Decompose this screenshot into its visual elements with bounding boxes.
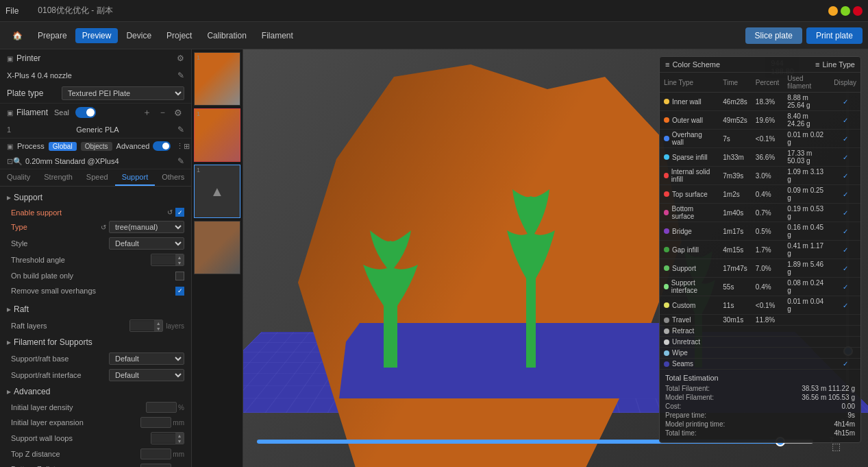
cost-row: Cost: 0.00 — [665, 403, 855, 410]
seal-toggle[interactable] — [75, 107, 96, 118]
filament-settings-icon[interactable]: ⚙ — [172, 106, 184, 119]
initial-density-input[interactable]: 90 — [146, 402, 177, 413]
color-cell-display-6[interactable]: ✓ — [830, 204, 860, 222]
fil-support-title: Filament for Supports — [14, 337, 92, 347]
prepare-time-label: Prepare time: — [665, 411, 706, 419]
color-cell-time-7: 1m17s — [719, 222, 752, 241]
edit-preset-icon[interactable]: ✎ — [177, 156, 184, 166]
color-table-row-9: Support 17m47s 7.0% 1.89 m 5.46 g ✓ — [660, 259, 860, 278]
color-panel-header: ≡ Color Scheme ≡ Line Type — [660, 57, 860, 73]
support-interface-dropdown[interactable]: Default — [109, 369, 184, 381]
viewport: 944 188.80 + 1 0.20 7 ⬚ — [243, 49, 868, 467]
close-button[interactable] — [853, 6, 863, 16]
model-filament-value: 36.56 m 105.53 g — [802, 394, 855, 401]
threshold-up[interactable]: ▲ — [175, 254, 184, 260]
tab-quality[interactable]: Quality — [0, 169, 37, 186]
advanced-toggle-switch[interactable] — [153, 141, 171, 151]
thumb-item-4[interactable] — [194, 221, 240, 274]
thumb-item-1[interactable]: 1 — [194, 52, 240, 106]
print-button[interactable]: Print plate — [806, 27, 863, 44]
raft-layers-down[interactable]: ▼ — [154, 326, 162, 331]
color-cell-display-3[interactable]: ✓ — [830, 148, 860, 167]
maximize-button[interactable] — [841, 6, 850, 16]
color-table-row-0: Inner wall 46m28s 18.3% 8.88 m 25.64 g ✓ — [660, 93, 860, 111]
color-cell-display-1[interactable]: ✓ — [830, 111, 860, 130]
plate-type-dropdown[interactable]: Textured PEI Plate — [62, 86, 184, 100]
wall-loops-up[interactable]: ▲ — [175, 433, 184, 438]
type-dropdown[interactable]: tree(manual) — [109, 221, 184, 233]
device-tab[interactable]: Device — [119, 28, 158, 43]
wall-loops-input[interactable]: 0 — [151, 433, 175, 443]
preview-tab[interactable]: Preview — [75, 28, 119, 43]
enable-support-checkbox[interactable] — [175, 208, 184, 217]
on-build-plate-checkbox[interactable] — [175, 272, 184, 280]
seal-label: Seal — [54, 108, 69, 117]
add-filament-button[interactable]: ＋ — [140, 106, 153, 119]
color-cell-display-10[interactable]: ✓ — [830, 278, 860, 296]
color-cell-name-13: Retract — [660, 326, 719, 337]
tab-others[interactable]: Others — [155, 169, 191, 186]
plate-type-row: Plate type Textured PEI Plate — [0, 84, 191, 103]
color-cell-display-5[interactable]: ✓ — [830, 185, 860, 204]
color-cell-display-12[interactable] — [830, 315, 860, 326]
slice-button[interactable]: Slice plate — [745, 27, 802, 44]
style-dropdown[interactable]: Default — [109, 237, 184, 250]
edit-printer-icon[interactable]: ✎ — [177, 71, 184, 80]
color-cell-filament-14 — [783, 337, 830, 348]
filament-section-title: Filament — [16, 108, 48, 117]
raft-layers-input[interactable]: 0 — [130, 321, 154, 331]
color-cell-display-7[interactable]: ✓ — [830, 222, 860, 241]
tab-strength[interactable]: Strength — [37, 169, 79, 186]
project-tab[interactable]: Project — [160, 28, 199, 43]
printer-header[interactable]: ▣ Printer ⚙ — [0, 49, 191, 67]
top-z-input[interactable]: 0.2 — [140, 448, 171, 459]
color-cell-display-16[interactable]: ✓ — [830, 359, 860, 370]
wall-loops-down[interactable]: ▼ — [175, 438, 184, 444]
prepare-tab[interactable]: Prepare — [31, 28, 74, 43]
color-cell-display-11[interactable]: ✓ — [830, 296, 860, 315]
remove-overhangs-checkbox[interactable] — [175, 287, 184, 296]
remove-filament-button[interactable]: － — [156, 106, 169, 119]
minimize-button[interactable] — [828, 6, 838, 16]
printer-settings-icon[interactable]: ⚙ — [177, 53, 184, 63]
color-cell-filament-9: 1.89 m 5.46 g — [783, 259, 830, 278]
tab-support[interactable]: Support — [115, 169, 156, 186]
edit-filament-icon[interactable]: ✎ — [177, 125, 184, 134]
wall-loops-spinner[interactable]: 0 ▲ ▼ — [151, 432, 184, 444]
color-cell-display-4[interactable]: ✓ — [830, 167, 860, 185]
color-cell-display-9[interactable]: ✓ — [830, 259, 860, 278]
thumb-item-2[interactable]: 1 — [194, 108, 240, 162]
color-cell-display-15[interactable] — [830, 348, 860, 359]
tab-objects[interactable]: Objects — [81, 142, 112, 151]
threshold-input[interactable]: 30 — [151, 255, 175, 265]
process-actions-icon[interactable]: ⋮⊞ — [176, 142, 190, 151]
color-cell-filament-1: 8.40 m 24.26 g — [783, 111, 830, 130]
color-cell-percent-4: 3.0% — [752, 167, 783, 185]
bottom-z-row: Bottom Z distance 0.2 mm — [0, 462, 191, 467]
home-button[interactable]: 🏠 — [5, 28, 29, 43]
color-cell-display-2[interactable]: ✓ — [830, 130, 860, 148]
color-cell-display-0[interactable]: ✓ — [830, 93, 860, 111]
color-table-row-5: Top surface 1m2s 0.4% 0.09 m 0.25 g ✓ — [660, 185, 860, 204]
tab-global[interactable]: Global — [49, 142, 77, 151]
color-cell-display-14[interactable] — [830, 337, 860, 348]
file-menu[interactable]: File — [5, 6, 18, 16]
total-filament-row: Total Filament: 38.53 m 111.22 g — [665, 385, 855, 392]
thumb-item-3[interactable]: 1 ▲ — [194, 165, 240, 218]
raft-layers-up[interactable]: ▲ — [154, 320, 162, 326]
tab-speed[interactable]: Speed — [79, 169, 115, 186]
filament-name: Generic PLA — [76, 125, 119, 134]
color-cell-time-1: 49m52s — [719, 111, 752, 130]
support-base-dropdown[interactable]: Default — [109, 352, 184, 365]
color-cell-display-13[interactable] — [830, 326, 860, 337]
threshold-down[interactable]: ▼ — [175, 260, 184, 265]
color-cell-display-8[interactable]: ✓ — [830, 241, 860, 259]
initial-expansion-input[interactable]: 2 — [140, 417, 171, 428]
raft-layers-spinner[interactable]: 0 ▲ ▼ — [129, 320, 163, 332]
threshold-spinner[interactable]: 30 ▲ ▼ — [151, 254, 184, 266]
calibration-tab[interactable]: Calibration — [200, 28, 253, 43]
color-table-row-3: Sparse infill 1h33m 36.6% 17.33 m 50.03 … — [660, 148, 860, 167]
bottom-z-input[interactable]: 0.2 — [140, 464, 171, 467]
filament-supports-section: ▸ Filament for Supports Support/raft bas… — [0, 334, 191, 383]
filament-tab[interactable]: Filament — [255, 28, 300, 43]
